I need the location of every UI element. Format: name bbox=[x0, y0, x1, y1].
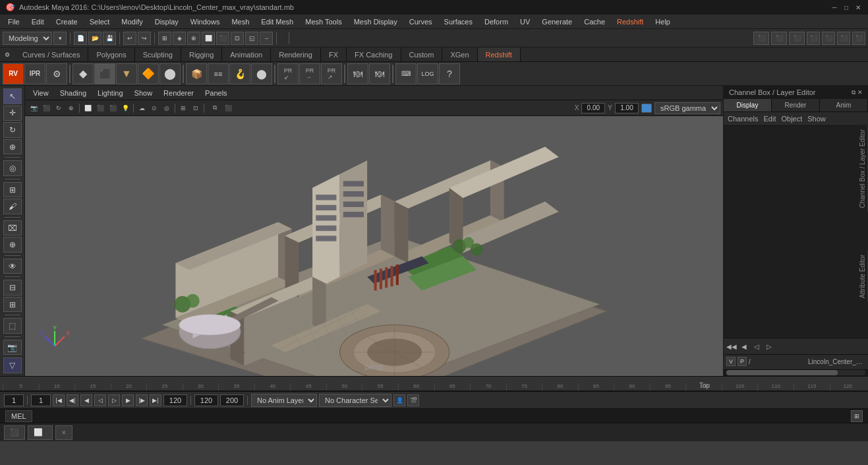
rp-menu-show[interactable]: Show bbox=[807, 115, 826, 123]
tab-polygons[interactable]: Polygons bbox=[88, 47, 134, 61]
rp-float-btn[interactable]: ⧉ bbox=[852, 89, 855, 96]
rp-close-btn[interactable]: ✕ bbox=[857, 89, 863, 96]
rp-menu-channels[interactable]: Channels bbox=[728, 115, 758, 123]
tb-render-preview-btn[interactable]: ⬛ bbox=[753, 32, 769, 45]
menu-edit[interactable]: Edit bbox=[26, 16, 49, 27]
vp-menu-panels[interactable]: Panels bbox=[200, 88, 233, 98]
tb-undo-btn[interactable]: ↩ bbox=[123, 32, 136, 45]
range-end-input[interactable] bbox=[163, 394, 187, 406]
tc-play-start-btn[interactable]: |◀ bbox=[53, 394, 65, 406]
tb-render-seq-btn[interactable]: ⬛ bbox=[789, 32, 805, 45]
tb-open-btn[interactable]: 📂 bbox=[88, 32, 101, 45]
viewport-canvas[interactable]: X Y Z persp bbox=[25, 116, 723, 376]
task-close-3[interactable]: ✕ bbox=[61, 429, 67, 436]
tab-fx-caching[interactable]: FX Caching bbox=[347, 47, 401, 61]
shelf-rv-btn[interactable]: RV bbox=[3, 63, 24, 84]
menu-windows[interactable]: Windows bbox=[185, 16, 225, 27]
shelf-pr2-btn[interactable]: PR→ bbox=[299, 63, 320, 84]
menu-uv[interactable]: UV bbox=[515, 16, 535, 27]
vp-textured-btn[interactable]: ⬛ bbox=[107, 102, 119, 114]
shelf-help-btn[interactable]: ? bbox=[439, 63, 460, 84]
tb-save-btn[interactable]: 💾 bbox=[103, 32, 116, 45]
tc-play-back-btn[interactable]: ◁ bbox=[94, 394, 106, 406]
lt-artisan-btn[interactable]: 🖌 bbox=[3, 199, 22, 214]
shelf-settings-btn[interactable]: ⚙ bbox=[0, 47, 14, 62]
shelf-material2-btn[interactable]: ⬛ bbox=[94, 63, 115, 84]
vp-ao-btn[interactable]: ⊙ bbox=[148, 102, 160, 114]
minimize-button[interactable]: ─ bbox=[830, 3, 839, 12]
menu-mesh-display[interactable]: Mesh Display bbox=[349, 16, 403, 27]
lt-camera-btn[interactable]: 📷 bbox=[3, 340, 22, 356]
lt-layout-btn[interactable]: ⊟ bbox=[3, 280, 22, 295]
tb-snap2-btn[interactable]: ⬛ bbox=[216, 32, 229, 45]
shelf-material4-btn[interactable]: 🔶 bbox=[138, 63, 159, 84]
rp-menu-edit[interactable]: Edit bbox=[763, 115, 776, 123]
vp-shadow-btn[interactable]: ☁ bbox=[136, 102, 148, 114]
tc-step-fwd-btn[interactable]: |▶ bbox=[136, 394, 148, 406]
vp-bkg-btn[interactable]: ⬛ bbox=[222, 102, 234, 114]
vp-light-btn[interactable]: 💡 bbox=[119, 102, 131, 114]
rp-tab-display[interactable]: Display bbox=[724, 99, 772, 111]
shelf-light3-btn[interactable]: 🪝 bbox=[229, 63, 250, 84]
vp-x-input[interactable] bbox=[581, 103, 605, 113]
menu-create[interactable]: Create bbox=[51, 16, 83, 27]
scrollbar-track[interactable] bbox=[726, 370, 865, 375]
layer-next-btn[interactable]: ▷ bbox=[764, 341, 774, 352]
lt-ep-btn[interactable]: ⊕ bbox=[3, 237, 22, 253]
menu-select[interactable]: Select bbox=[84, 16, 115, 27]
menu-help[interactable]: Help bbox=[650, 16, 676, 27]
lt-move-btn[interactable]: ✛ bbox=[3, 106, 22, 121]
char-set-select[interactable]: No Character Set bbox=[319, 394, 391, 407]
vp-wireframe-btn[interactable]: ⬜ bbox=[82, 102, 94, 114]
layer-p-btn[interactable]: P bbox=[738, 357, 747, 366]
menu-mesh[interactable]: Mesh bbox=[226, 16, 254, 27]
shelf-material5-btn[interactable]: ⬤ bbox=[159, 63, 181, 84]
cmd-expand-btn[interactable]: ⊞ bbox=[851, 410, 863, 422]
vp-dof-btn[interactable]: ◎ bbox=[161, 102, 173, 114]
vp-hud-btn[interactable]: ⊡ bbox=[190, 102, 202, 114]
layer-prev2-btn[interactable]: ◁ bbox=[751, 341, 762, 352]
shelf-light1-btn[interactable]: 📦 bbox=[186, 63, 207, 84]
workspace-select[interactable]: Modeling bbox=[3, 32, 52, 45]
tab-custom[interactable]: Custom bbox=[401, 47, 443, 61]
tc-step-back-btn[interactable]: ◀| bbox=[67, 394, 78, 406]
tb-paint-btn[interactable]: ⊕ bbox=[187, 32, 200, 45]
shelf-log-btn[interactable]: LOG bbox=[417, 63, 438, 84]
menu-modify[interactable]: Modify bbox=[116, 16, 148, 27]
shelf-plate1-btn[interactable]: 🍽 bbox=[347, 63, 368, 84]
lt-pivot-btn[interactable]: ◎ bbox=[3, 160, 22, 176]
vp-camera-btn[interactable]: 📷 bbox=[28, 102, 40, 114]
menu-edit-mesh[interactable]: Edit Mesh bbox=[256, 16, 299, 27]
rp-tab-render[interactable]: Render bbox=[772, 99, 820, 111]
command-input[interactable] bbox=[35, 412, 851, 420]
timeline-ruler[interactable]: 5 10 15 20 25 30 35 40 45 50 55 60 65 70… bbox=[0, 377, 868, 391]
tc-next-frame-btn[interactable]: ▶ bbox=[122, 394, 134, 406]
tb-select-btn[interactable]: ⊞ bbox=[158, 32, 171, 45]
gamma-select[interactable]: sRGB gamma bbox=[654, 102, 720, 114]
tb-render-btn[interactable]: ⬛ bbox=[771, 32, 787, 45]
tab-fx[interactable]: FX bbox=[321, 47, 347, 61]
tb-snap5-btn[interactable]: → bbox=[260, 32, 273, 45]
tb-snap3-btn[interactable]: ⊡ bbox=[231, 32, 244, 45]
shelf-plate2-btn[interactable]: 🍽 bbox=[369, 63, 390, 84]
lt-rotate-btn[interactable]: ↻ bbox=[3, 122, 22, 138]
tb-r1[interactable]: ⬛ bbox=[807, 32, 820, 45]
lt-bottom-btn[interactable]: ▽ bbox=[3, 357, 22, 373]
current-frame-input[interactable]: 1 bbox=[4, 394, 24, 406]
tab-xgen[interactable]: XGen bbox=[442, 47, 477, 61]
menu-cache[interactable]: Cache bbox=[579, 16, 610, 27]
menu-generate[interactable]: Generate bbox=[536, 16, 577, 27]
tb-redo-btn[interactable]: ↪ bbox=[138, 32, 151, 45]
menu-redshift[interactable]: Redshift bbox=[612, 16, 649, 27]
layer-visibility-btn[interactable]: V bbox=[726, 357, 736, 366]
vp-menu-shading[interactable]: Shading bbox=[55, 88, 92, 98]
tc-prev-frame-btn[interactable]: ◀ bbox=[80, 394, 92, 406]
tb-r3[interactable]: ⬛ bbox=[837, 32, 850, 45]
taskbar-item-1[interactable]: ⬛ bbox=[4, 425, 25, 440]
rp-tab-anim[interactable]: Anim bbox=[820, 99, 868, 111]
tab-redshift[interactable]: Redshift bbox=[478, 47, 521, 61]
shelf-pr1-btn[interactable]: PR↙ bbox=[277, 63, 299, 84]
scrollbar-thumb[interactable] bbox=[726, 370, 838, 375]
lt-select-btn[interactable]: ↖ bbox=[3, 88, 22, 104]
lt-cv-btn[interactable]: ⌧ bbox=[3, 220, 22, 236]
